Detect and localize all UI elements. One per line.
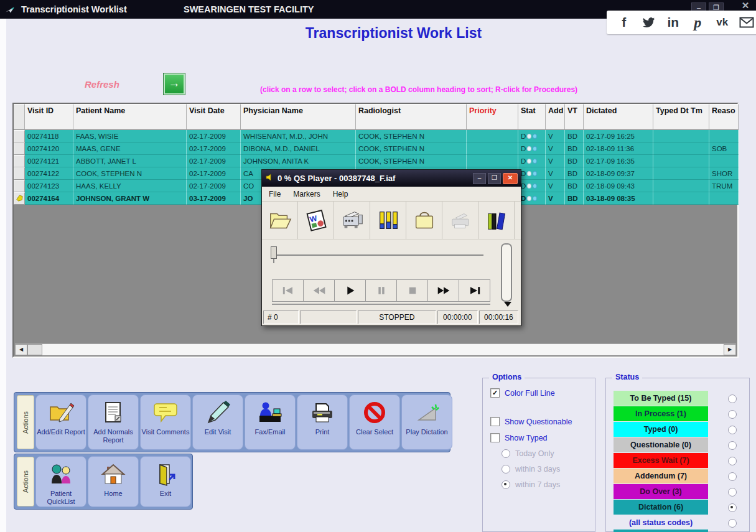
- cell-reason[interactable]: TRUM: [709, 180, 739, 192]
- cell-dictated[interactable]: 02-18-09 11:36: [584, 142, 653, 155]
- column-header-visit-date[interactable]: Visit Date: [187, 104, 241, 130]
- status-label[interactable]: Do Over (3): [614, 484, 708, 499]
- scrollbar-thumb[interactable]: [27, 344, 42, 355]
- status-radio[interactable]: [728, 394, 737, 403]
- cell-radiologist[interactable]: COOK, STEPHEN N: [356, 142, 467, 155]
- print-button[interactable]: Print: [297, 394, 348, 450]
- player-title-bar[interactable]: 0 % QS Player - 00387748_F.iaf – ❐ ✕: [262, 170, 521, 187]
- cell-visit_id[interactable]: 00274164: [25, 192, 73, 205]
- linkedin-icon[interactable]: in: [664, 15, 683, 30]
- cell-vt[interactable]: BD: [565, 192, 584, 205]
- cell-visit_id[interactable]: 00274122: [25, 167, 73, 180]
- actions-tab[interactable]: Actions: [17, 457, 34, 506]
- actions-tab[interactable]: Actions: [17, 395, 34, 449]
- column-header-priority[interactable]: Priority: [467, 104, 518, 130]
- cell-priority[interactable]: [467, 130, 518, 142]
- show-questionable-checkbox[interactable]: [490, 417, 500, 426]
- within-3-days-radio[interactable]: [502, 465, 510, 474]
- status-radio[interactable]: [728, 457, 737, 465]
- seek-track[interactable]: [273, 254, 483, 256]
- status-radio[interactable]: [728, 488, 737, 497]
- row-selector[interactable]: [14, 192, 25, 205]
- row-selector[interactable]: [14, 142, 25, 155]
- cell-vt[interactable]: BD: [565, 155, 584, 167]
- play-button[interactable]: [334, 279, 365, 302]
- column-header-vt[interactable]: VT: [565, 104, 584, 130]
- add-edit-report-button[interactable]: Add/Edit Report: [35, 394, 86, 450]
- cell-add[interactable]: V: [546, 192, 565, 205]
- cell-physician[interactable]: WHISENANT, M.D., JOHN: [241, 130, 356, 142]
- visit-comments-button[interactable]: Visit Comments: [140, 394, 191, 450]
- cell-vt[interactable]: BD: [565, 180, 584, 192]
- close-button[interactable]: ✕: [739, 1, 752, 11]
- column-header-visit-id[interactable]: Visit ID: [25, 104, 73, 130]
- twitter-icon[interactable]: [639, 15, 658, 30]
- cell-priority[interactable]: [467, 155, 518, 167]
- cell-typed[interactable]: [653, 130, 709, 142]
- cell-visit_id[interactable]: 00274121: [25, 155, 73, 167]
- within-7-days-radio[interactable]: [502, 480, 510, 489]
- cell-visit_id[interactable]: 00274120: [25, 142, 73, 155]
- cell-stat[interactable]: D: [518, 167, 546, 180]
- email-icon[interactable]: [737, 15, 756, 30]
- stop-button[interactable]: [396, 279, 427, 302]
- vk-icon[interactable]: vk: [713, 15, 732, 30]
- status-radio[interactable]: [728, 472, 737, 481]
- cell-stat[interactable]: D: [518, 142, 546, 155]
- row-selector[interactable]: [14, 155, 25, 167]
- player-maximize-button[interactable]: ❐: [488, 173, 501, 184]
- status-label[interactable]: (all status codes): [614, 515, 708, 530]
- cell-typed[interactable]: [653, 142, 709, 155]
- cell-patient[interactable]: COOK, STEPHEN N: [73, 167, 187, 180]
- status-radio[interactable]: [728, 426, 737, 434]
- menu-help[interactable]: Help: [333, 190, 348, 198]
- cell-reason[interactable]: SOB: [709, 142, 739, 155]
- column-header-patient-name[interactable]: Patient Name: [73, 104, 187, 130]
- status-radio[interactable]: [728, 519, 737, 528]
- cell-date[interactable]: 03-17-2009: [187, 192, 241, 205]
- cell-physician[interactable]: DIBONA, M.D., DANIEL: [241, 142, 356, 155]
- rewind-button[interactable]: [303, 279, 334, 302]
- play-dictation-button[interactable]: Play Dictation: [401, 394, 452, 450]
- scrollbar-track[interactable]: [42, 344, 724, 355]
- folder-icon[interactable]: [406, 202, 442, 239]
- status-radio[interactable]: [728, 503, 737, 512]
- column-header-physician-name[interactable]: Physician Name: [241, 104, 356, 130]
- column-header-dictated[interactable]: Dictated: [584, 104, 653, 130]
- status-radio[interactable]: [728, 441, 737, 450]
- word-report-icon[interactable]: W: [298, 202, 334, 239]
- status-radio[interactable]: [728, 410, 737, 419]
- cell-date[interactable]: 02-17-2009: [187, 167, 241, 180]
- pinterest-icon[interactable]: p: [688, 15, 707, 30]
- cell-vt[interactable]: BD: [565, 130, 584, 142]
- cell-dictated[interactable]: 02-17-09 16:35: [584, 155, 653, 167]
- edit-visit-button[interactable]: Edit Visit: [192, 394, 243, 450]
- cell-typed[interactable]: [653, 167, 709, 180]
- cell-stat[interactable]: D: [518, 155, 546, 167]
- cell-dictated[interactable]: 02-18-09 09:37: [584, 167, 653, 180]
- fax-machine-icon[interactable]: [334, 202, 370, 239]
- status-label[interactable]: Typed (0): [614, 422, 708, 437]
- horizontal-scrollbar[interactable]: ◀ ▶: [15, 343, 736, 355]
- player-close-button[interactable]: ✕: [503, 173, 518, 184]
- color-full-line-checkbox[interactable]: ✓: [490, 388, 500, 398]
- column-header-reaso[interactable]: Reaso: [709, 104, 739, 130]
- cell-add[interactable]: V: [546, 142, 565, 155]
- home-button[interactable]: Home: [88, 456, 139, 507]
- cell-dictated[interactable]: 02-17-09 16:25: [584, 130, 653, 142]
- cell-dictated[interactable]: 02-18-09 09:43: [584, 180, 653, 192]
- cell-date[interactable]: 02-17-2009: [187, 180, 241, 192]
- cell-dictated[interactable]: 03-18-09 08:35: [584, 192, 653, 205]
- menu-markers[interactable]: Markers: [293, 190, 320, 198]
- cell-date[interactable]: 02-17-2009: [187, 130, 241, 142]
- cell-visit_id[interactable]: 00274118: [25, 130, 73, 142]
- row-selector[interactable]: [14, 167, 25, 180]
- column-header-stat[interactable]: Stat: [518, 104, 546, 130]
- library-icon[interactable]: [478, 202, 515, 239]
- pause-button[interactable]: [365, 279, 396, 302]
- open-folder-icon[interactable]: [262, 202, 298, 239]
- cell-patient[interactable]: FAAS, WISIE: [73, 130, 187, 142]
- cell-reason[interactable]: [709, 192, 739, 205]
- cell-date[interactable]: 02-17-2009: [187, 142, 241, 155]
- facebook-icon[interactable]: f: [615, 15, 633, 30]
